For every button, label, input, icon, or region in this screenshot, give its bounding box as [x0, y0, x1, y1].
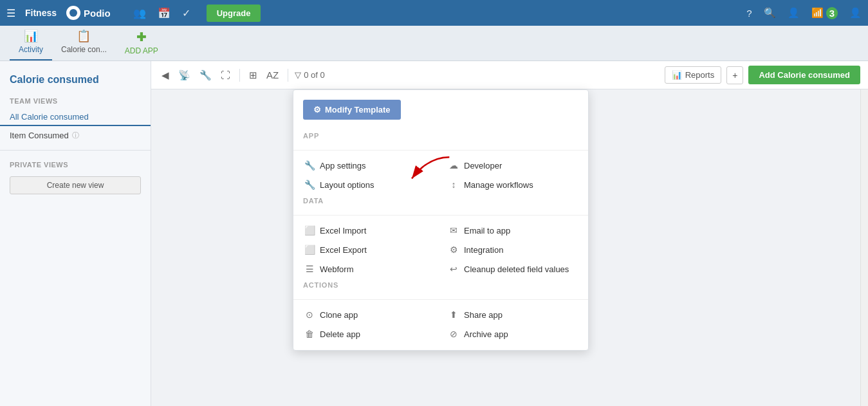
manage-workflows-item[interactable]: ↕ Manage workflows — [441, 175, 585, 194]
actions-section-grid: ⊙ Clone app ⬆ Share app 🗑 Delete app ⊘ A… — [293, 305, 588, 344]
svg-point-0 — [69, 9, 77, 17]
filter-count-text: 0 of 0 — [304, 70, 325, 80]
modify-template-button[interactable]: ⚙ Modify Template — [303, 100, 401, 120]
email-to-app-item[interactable]: ✉ Email to app — [441, 221, 585, 240]
app-section-grid: 🔧 App settings ☁ Developer 🔧 Layout opti… — [293, 156, 588, 194]
podio-label: Podio — [84, 8, 111, 19]
create-new-view-button[interactable]: Create new view — [10, 176, 141, 194]
content-area: Calorie consumed Team views All Calorie … — [0, 61, 868, 406]
clone-icon: ⊙ — [304, 309, 315, 320]
sidebar-item-consumed[interactable]: Item Consumed ⓘ — [0, 126, 151, 145]
workspace-name: Fitness — [25, 8, 57, 18]
layout-icon: 🔧 — [304, 180, 315, 190]
tab-activity[interactable]: 📊 Activity — [10, 24, 52, 60]
data-section-grid: ⬜ Excel Import ✉ Email to app ⬜ Excel Ex… — [293, 221, 588, 279]
developer-label: Developer — [464, 161, 502, 171]
avatar-icon[interactable]: 👤 — [849, 7, 862, 19]
layout-options-item[interactable]: 🔧 Layout options — [297, 175, 441, 194]
notifications[interactable]: 📶 3 — [811, 7, 838, 19]
toolbar-right: 📊 Reports + Add Calorie consumed — [665, 66, 860, 84]
filter-icon[interactable]: ▽ 0 of 0 — [295, 70, 325, 80]
toolbar-divider-1 — [239, 69, 240, 82]
rss-icon[interactable]: 📡 — [176, 67, 193, 84]
profile-icon[interactable]: 👤 — [788, 7, 800, 19]
upgrade-button[interactable]: Upgrade — [207, 5, 261, 22]
cleanup-icon: ↩ — [448, 264, 459, 274]
archive-app-item[interactable]: ⊘ Archive app — [441, 324, 585, 344]
tab-calorie[interactable]: 📋 Calorie con... — [52, 24, 116, 60]
hamburger-menu[interactable]: ☰ — [6, 7, 15, 19]
data-section-divider — [293, 215, 588, 216]
modify-template-label: Modify Template — [325, 105, 391, 115]
integration-icon: ⚙ — [448, 245, 459, 255]
manage-workflows-label: Manage workflows — [464, 180, 533, 190]
webform-icon: ☰ — [304, 264, 315, 274]
reports-chart-icon: 📊 — [672, 70, 682, 80]
cleanup-item[interactable]: ↩ Cleanup deleted field values — [441, 259, 585, 279]
reports-button[interactable]: 📊 Reports — [665, 66, 722, 84]
reports-label: Reports — [685, 70, 715, 80]
archive-app-label: Archive app — [464, 329, 508, 339]
tab-add-app[interactable]: ✚ ADD APP — [116, 25, 167, 60]
developer-item[interactable]: ☁ Developer — [441, 156, 585, 175]
app-section-label: APP — [293, 129, 588, 145]
nav-left: ☰ Fitness Podio 👥 📅 ✓ Upgrade — [6, 5, 261, 22]
notification-count: 3 — [826, 7, 838, 19]
toolbar-left: ◀ 📡 🔧 ⛶ ⊞ AZ ▽ 0 of 0 — [159, 67, 325, 84]
tasks-icon[interactable]: ✓ — [182, 7, 190, 19]
delete-app-item[interactable]: 🗑 Delete app — [297, 324, 441, 344]
app-settings-item[interactable]: 🔧 App settings — [297, 156, 441, 175]
grid-icon[interactable]: ⊞ — [246, 67, 260, 84]
clone-app-label: Clone app — [320, 310, 358, 320]
delete-icon: 🗑 — [304, 329, 315, 339]
calendar-icon[interactable]: 📅 — [158, 7, 171, 19]
webform-item[interactable]: ☰ Webform — [297, 259, 441, 279]
integration-item[interactable]: ⚙ Integration — [441, 240, 585, 259]
tab-calorie-label: Calorie con... — [61, 45, 107, 54]
podio-logo-icon — [66, 6, 80, 20]
signal-icon: 📶 — [811, 7, 824, 19]
clone-app-item[interactable]: ⊙ Clone app — [297, 305, 441, 324]
add-calorie-button[interactable]: Add Calorie consumed — [748, 66, 860, 84]
item-consumed-label: Item Consumed — [10, 131, 69, 140]
sidebar-title[interactable]: Calorie consumed — [0, 71, 151, 92]
cleanup-label: Cleanup deleted field values — [464, 264, 569, 274]
add-icon: ✚ — [136, 30, 146, 44]
settings-icon: 🔧 — [304, 160, 315, 171]
wrench-icon[interactable]: 🔧 — [197, 67, 214, 84]
top-navigation: ☰ Fitness Podio 👥 📅 ✓ Upgrade ? 🔍 👤 📶 3 … — [0, 0, 868, 26]
email-icon: ✉ — [448, 225, 459, 235]
sidebar-divider-1 — [0, 150, 151, 151]
excel-export-label: Excel Export — [320, 245, 367, 255]
expand-icon[interactable]: ⛶ — [218, 67, 233, 83]
nav-icons: 👥 📅 ✓ — [133, 7, 190, 19]
scroll-track[interactable] — [860, 89, 868, 406]
sort-az-icon[interactable]: AZ — [264, 67, 281, 83]
back-icon[interactable]: ◀ — [159, 67, 172, 84]
excel-export-icon: ⬜ — [304, 245, 315, 255]
excel-export-item[interactable]: ⬜ Excel Export — [297, 240, 441, 259]
sidebar-item-all-calorie[interactable]: All Calorie consumed — [0, 107, 151, 126]
dropdown-menu: ⚙ Modify Template APP 🔧 App settings ☁ D… — [293, 89, 589, 351]
data-section-label: DATA — [293, 194, 588, 210]
help-icon[interactable]: ? — [746, 8, 752, 19]
archive-icon: ⊘ — [448, 329, 459, 339]
actions-section-label: ACTIONS — [293, 279, 588, 294]
toolbar: ◀ 📡 🔧 ⛶ ⊞ AZ ▽ 0 of 0 📊 Reports + — [151, 61, 868, 89]
layout-options-label: Layout options — [320, 180, 374, 190]
podio-logo[interactable]: Podio — [66, 6, 111, 20]
left-sidebar: Calorie consumed Team views All Calorie … — [0, 61, 151, 406]
item-consumed-help-icon: ⓘ — [72, 131, 79, 140]
email-to-app-label: Email to app — [464, 226, 510, 235]
share-app-item[interactable]: ⬆ Share app — [441, 305, 585, 324]
toolbar-divider-2 — [288, 69, 288, 82]
search-icon[interactable]: 🔍 — [764, 7, 776, 19]
members-icon[interactable]: 👥 — [133, 7, 146, 19]
plus-button[interactable]: + — [726, 66, 743, 84]
excel-import-item[interactable]: ⬜ Excel Import — [297, 221, 441, 240]
filter-funnel-icon: ▽ — [295, 70, 301, 80]
actions-section-divider — [293, 299, 588, 300]
app-section-divider — [293, 150, 588, 151]
tab-activity-label: Activity — [19, 45, 43, 54]
team-views-label: Team views — [0, 92, 151, 107]
